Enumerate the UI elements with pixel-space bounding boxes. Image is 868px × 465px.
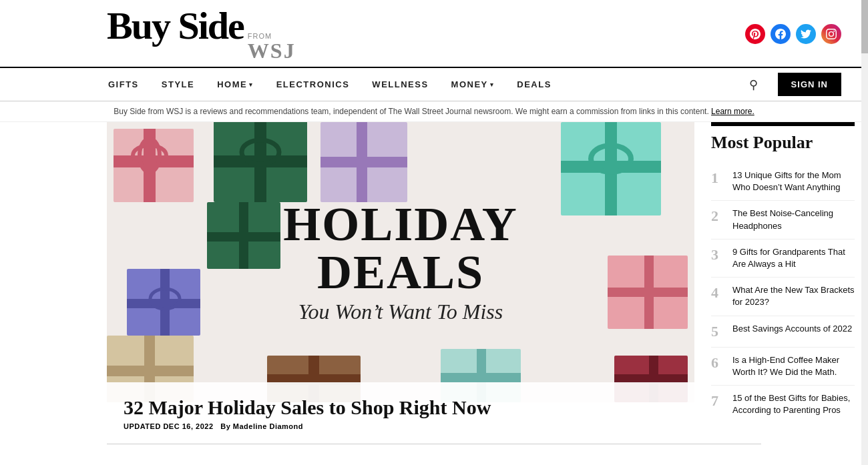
main-nav: GIFTS STYLE HOME ▾ ELECTRONICS WELLNESS …: [0, 68, 868, 101]
learn-more-link[interactable]: Learn more.: [711, 107, 754, 116]
search-icon[interactable]: ⚲: [749, 77, 758, 92]
svg-rect-28: [127, 299, 200, 308]
sidebar-header-bar: [711, 122, 855, 126]
caption-updated-label: UPDATED: [124, 422, 161, 430]
sidebar-text-6: Is a High-End Coffee Maker Worth It? We …: [732, 354, 855, 378]
sidebar-item-2[interactable]: 2 The Best Noise-Canceling Headphones: [711, 201, 855, 239]
money-chevron-icon: ▾: [490, 81, 495, 88]
home-chevron-icon: ▾: [249, 81, 254, 88]
sidebar-num-6: 6: [711, 354, 724, 372]
signin-button[interactable]: SIGN IN: [778, 73, 841, 96]
hero-image: HOLIDAY DEALS You Won’t Want To Miss: [107, 122, 694, 402]
instagram-icon[interactable]: [821, 24, 841, 44]
sidebar-item-6[interactable]: 6 Is a High-End Coffee Maker Worth It? W…: [711, 348, 855, 386]
caption-author: By Madeline Diamond: [220, 422, 303, 430]
logo-buyside[interactable]: Buy Side: [107, 7, 244, 45]
pinterest-icon[interactable]: [745, 24, 765, 44]
banner-text: Buy Side from WSJ is a reviews and recom…: [114, 107, 709, 116]
nav-deals[interactable]: DEALS: [515, 68, 553, 101]
hero-caption-meta: UPDATED DEC 16, 2022 By Madeline Diamond: [124, 422, 678, 430]
hero-text: HOLIDAY DEALS You Won’t Want To Miss: [283, 200, 517, 324]
sidebar-text-4: What Are the New Tax Brackets for 2023?: [732, 284, 855, 308]
sidebar-num-4: 4: [711, 284, 724, 302]
caption-date: DEC 16, 2022: [163, 422, 213, 430]
svg-rect-19: [608, 288, 688, 297]
svg-rect-25: [107, 366, 194, 376]
sidebar-num-2: 2: [711, 207, 724, 225]
sidebar-item-4[interactable]: 4 What Are the New Tax Brackets for 2023…: [711, 278, 855, 316]
most-popular-sidebar: Most Popular 1 13 Unique Gifts for the M…: [694, 122, 868, 437]
bottom-divider: [107, 444, 761, 444]
sidebar-num-5: 5: [711, 323, 724, 340]
sidebar-num-3: 3: [711, 246, 724, 264]
logo-wsj-text: WSJ: [248, 40, 296, 61]
sidebar-item-5[interactable]: 5 Best Savings Accounts of 2022: [711, 316, 855, 348]
scrollbar[interactable]: [861, 0, 868, 451]
svg-rect-32: [441, 373, 521, 382]
nav-electronics[interactable]: ELECTRONICS: [275, 68, 351, 101]
sidebar-item-7[interactable]: 7 15 of the Best Gifts for Babies, Accor…: [711, 386, 855, 423]
hero-area: HOLIDAY DEALS You Won’t Want To Miss 32 …: [107, 122, 694, 437]
hero-caption[interactable]: 32 Major Holiday Sales to Shop Right Now…: [107, 382, 694, 437]
sidebar-text-5: Best Savings Accounts of 2022: [732, 323, 852, 335]
nav-money[interactable]: MONEY ▾: [450, 68, 496, 101]
nav-style[interactable]: STYLE: [160, 68, 196, 101]
logo-from-wsj: FROM WSJ: [248, 33, 296, 61]
sidebar-text-1: 13 Unique Gifts for the Mom Who Doesn’t …: [732, 169, 855, 193]
sidebar-item-1[interactable]: 1 13 Unique Gifts for the Mom Who Doesn’…: [711, 163, 855, 201]
hero-title-line1: HOLIDAY: [283, 200, 517, 248]
svg-rect-12: [320, 157, 407, 167]
hero-subtitle: You Won’t Want To Miss: [283, 300, 517, 324]
hero-title-line2: DEALS: [283, 248, 517, 296]
sidebar-num-7: 7: [711, 392, 724, 410]
social-icons: [745, 24, 841, 44]
facebook-icon[interactable]: [771, 24, 791, 44]
sidebar-item-3[interactable]: 3 9 Gifts for Grandparents That Are Alwa…: [711, 240, 855, 278]
sidebar-text-7: 15 of the Best Gifts for Babies, Accordi…: [732, 392, 855, 416]
twitter-icon[interactable]: [796, 24, 816, 44]
nav-wellness[interactable]: WELLNESS: [371, 68, 429, 101]
svg-rect-38: [207, 232, 280, 242]
nav-gifts[interactable]: GIFTS: [107, 68, 140, 101]
sidebar-text-3: 9 Gifts for Grandparents That Are Always…: [732, 246, 855, 270]
sidebar-num-1: 1: [711, 169, 724, 187]
sidebar-title: Most Popular: [711, 133, 855, 153]
scrollbar-thumb[interactable]: [861, 0, 868, 53]
main-content: HOLIDAY DEALS You Won’t Want To Miss 32 …: [0, 122, 868, 437]
nav-home[interactable]: HOME ▾: [216, 68, 255, 101]
logo[interactable]: Buy Side FROM WSJ: [107, 7, 296, 61]
sidebar-text-2: The Best Noise-Canceling Headphones: [732, 207, 855, 231]
disclaimer-banner: Buy Side from WSJ is a reviews and recom…: [0, 101, 868, 122]
hero-caption-title[interactable]: 32 Major Holiday Sales to Shop Right Now: [124, 396, 678, 420]
site-header: Buy Side FROM WSJ: [0, 0, 868, 68]
